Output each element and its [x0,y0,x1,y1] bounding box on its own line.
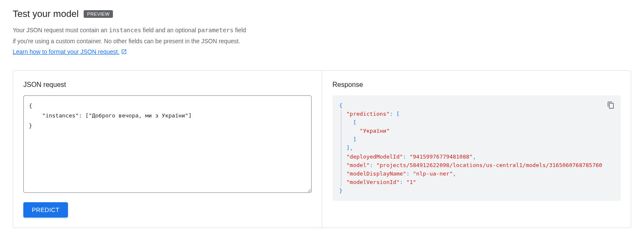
json-key: "model" [346,162,370,168]
header-row: Test your model PREVIEW [13,8,631,20]
desc-text: Your JSON request must contain an [13,27,109,33]
json-request-input[interactable] [23,95,312,193]
response-panel: Response { "predictions": [ [ "України" … [322,71,631,228]
json-key: "predictions" [346,111,390,117]
desc-text: field [233,27,246,33]
json-value: "1" [406,179,416,185]
json-prediction-value: "України" [360,128,389,134]
json-key: "modelVersionId" [346,179,399,185]
json-value: "nlp-ua-ner" [413,170,453,177]
code-instances: instances [109,27,141,33]
description-line-2: if you're using a custom container. No o… [13,36,631,46]
predict-button[interactable]: PREDICT [23,202,68,217]
json-value: "94159976779481088" [410,153,473,160]
preview-badge: PREVIEW [84,10,113,18]
json-request-title: JSON request [23,81,312,89]
external-link-icon [121,49,127,55]
json-key: "deployedModelId" [346,153,403,160]
json-key: "modelDisplayName" [346,170,406,177]
desc-text: field and an optional [141,27,198,33]
learn-format-link[interactable]: Learn how to format your JSON request. [13,48,127,55]
code-parameters: parameters [198,27,233,33]
response-body: { "predictions": [ [ "України" ] ], "dep… [332,95,621,201]
description-line-1: Your JSON request must contain an instan… [13,25,631,35]
copy-icon[interactable] [607,101,615,109]
link-text: Learn how to format your JSON request. [13,48,119,55]
json-request-panel: JSON request PREDICT [13,71,322,228]
page-title: Test your model [13,8,79,20]
response-title: Response [332,81,621,89]
panels-container: JSON request PREDICT Response { "predict… [13,70,631,228]
json-value: "projects/584912622098/locations/us-cent… [376,162,602,168]
